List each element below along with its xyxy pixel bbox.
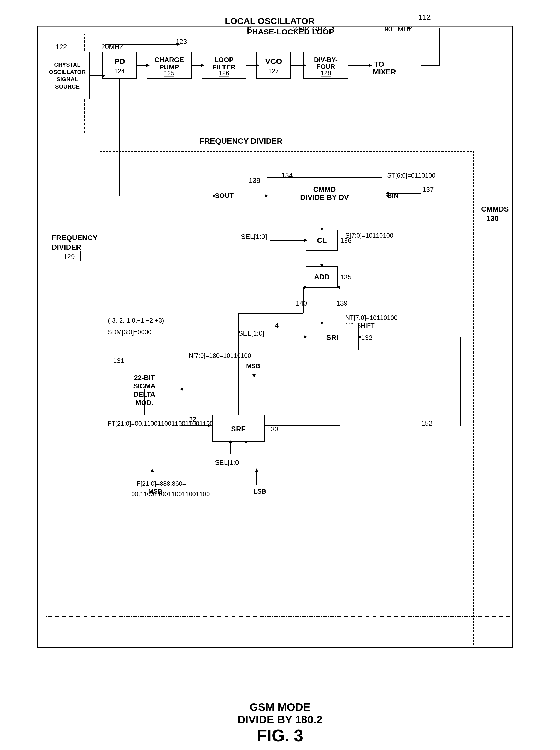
svg-marker-58: [151, 469, 154, 472]
ref-131: 131: [113, 357, 124, 364]
to-mixer-label2: MIXER: [373, 68, 396, 76]
crystal-osc-label1: CRYSTAL: [54, 61, 80, 68]
crystal-osc-label4: SOURCE: [55, 83, 79, 90]
div4-label2: FOUR: [316, 63, 335, 70]
fig-number: FIG. 3: [32, 726, 528, 745]
cl-label: CL: [317, 236, 326, 244]
cmmd-label1: CMMD: [313, 185, 336, 194]
pll-box: [84, 34, 497, 133]
lf-ref: 126: [219, 70, 229, 77]
nt-label: NT[7:0]=10110100: [345, 314, 398, 321]
srf-label: SRF: [231, 425, 246, 433]
page: 112 LOCAL OSCILLATOR PHASE-LOCKED LOOP P…: [11, 11, 549, 745]
sel10-3: SEL[1:0]: [215, 458, 241, 467]
ref-134-label: 134: [281, 171, 293, 179]
freq-div-left-label1: FREQUENCY: [52, 234, 98, 242]
freq-20mhz: 20MHZ: [101, 43, 123, 51]
ref-122: 122: [56, 43, 67, 51]
svg-marker-16: [369, 64, 372, 67]
num-22: 22: [189, 415, 196, 423]
freq-div-left-label2: DIVIDER: [52, 243, 81, 251]
num-4: 4: [275, 321, 279, 329]
freq-3604ghz: 3.604 GHZ: [293, 25, 326, 33]
cmmds-label2: 130: [486, 214, 499, 222]
crystal-osc-label3: SIGNAL: [56, 76, 78, 82]
pd-label: PD: [114, 57, 125, 65]
crystal-osc-label2: OSCILLATOR: [49, 69, 86, 75]
ref-138: 138: [249, 177, 260, 184]
msb2-label: MSB: [148, 488, 162, 495]
ref-139: 139: [336, 299, 347, 307]
outer-box-label: LOCAL OSCILLATOR: [225, 16, 315, 26]
ref-152: 152: [421, 419, 432, 427]
sdm-label: SDM[3:0]=0000: [108, 329, 152, 336]
lsb-label: LSB: [254, 488, 266, 495]
f-label1: F[21:0]=838,860=: [137, 480, 186, 487]
ref-135: 135: [340, 273, 352, 281]
to-mixer-label: TO: [374, 60, 384, 68]
cp-ref: 125: [164, 70, 174, 77]
diagram-container: 112 LOCAL OSCILLATOR PHASE-LOCKED LOOP P…: [32, 11, 528, 745]
freq-div-ref129: 129: [63, 253, 75, 261]
ref-132: 132: [361, 334, 372, 341]
sel10-1: SEL[1:0]: [241, 233, 267, 240]
lf-label1: LOOP: [214, 56, 234, 64]
gsm-mode-label: GSM MODE DIVIDE BY 180.2: [32, 701, 528, 726]
circuit-diagram: 112 LOCAL OSCILLATOR PHASE-LOCKED LOOP P…: [32, 11, 528, 689]
msb1-label: MSB: [246, 362, 260, 370]
st-label: ST[6:0]=0110100: [387, 172, 436, 179]
range-label: (-3,-2,-1,0,+1,+2,+3): [108, 317, 164, 324]
s-label: S[7:0]=10110100: [345, 232, 394, 239]
f-label2: 00,11001100110011001100: [131, 490, 209, 497]
ref-133: 133: [267, 425, 278, 433]
ref-112: 112: [419, 13, 431, 21]
vco-label: VCO: [265, 57, 282, 65]
crystal-osc-box: [45, 52, 89, 99]
ref-137: 137: [422, 186, 434, 194]
vco-ref: 127: [268, 67, 279, 75]
sel10-2: SEL[1:0]: [238, 329, 264, 337]
sd-label2: SIGMA: [133, 382, 155, 390]
div4-label1: DIV-BY-: [314, 56, 337, 63]
cmmd-label2: DIVIDE BY DV: [300, 193, 349, 201]
svg-marker-60: [255, 469, 258, 472]
sri-label: SRI: [326, 334, 338, 341]
figure-caption: GSM MODE DIVIDE BY 180.2 FIG. 3: [32, 701, 528, 745]
pd-ref: 124: [114, 67, 124, 75]
div4-ref: 128: [320, 70, 331, 77]
sd-label1: 22-BIT: [134, 374, 155, 381]
n-label: N[7:0]=180=10110100: [189, 352, 251, 359]
ref-140: 140: [296, 299, 307, 307]
cp-label1: CHARGE: [154, 56, 184, 64]
freq-div-label: FREQUENCY DIVIDER: [199, 137, 282, 145]
add-label: ADD: [314, 273, 330, 281]
cmmds-label1: CMMDS: [481, 205, 509, 213]
